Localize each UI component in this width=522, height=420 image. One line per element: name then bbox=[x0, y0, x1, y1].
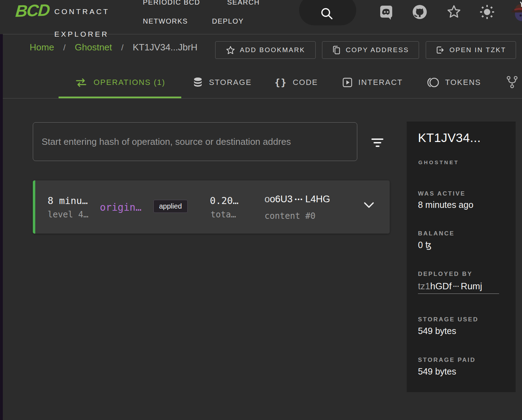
copy-address-button[interactable]: COPY ADDRESS bbox=[322, 41, 419, 59]
status-badge: applied bbox=[153, 200, 188, 213]
database-icon bbox=[193, 77, 203, 88]
breadcrumb-home[interactable]: Home bbox=[30, 42, 54, 53]
coins-icon bbox=[426, 77, 439, 88]
deployer-address-link[interactable]: tz1hGDf···Rumj bbox=[418, 281, 499, 294]
contract-title: KT1JV34... bbox=[418, 131, 481, 145]
balance-label: BALANCE bbox=[418, 230, 455, 237]
search-icon bbox=[320, 6, 334, 20]
theme-sun-icon[interactable] bbox=[479, 4, 495, 20]
fork-contract-button[interactable] bbox=[502, 67, 522, 98]
tab-interact[interactable]: INTERACT bbox=[335, 67, 410, 98]
breadcrumb-contract-address: KT1JV34...JbrH bbox=[133, 42, 198, 53]
nav-link-search[interactable]: SEARCH bbox=[227, 0, 260, 6]
storage-used-label: STORAGE USED bbox=[418, 316, 479, 323]
operations-search-input[interactable] bbox=[33, 123, 357, 161]
was-active-label: WAS ACTIVE bbox=[418, 190, 466, 197]
tab-code-label: CODE bbox=[293, 78, 318, 87]
play-box-icon bbox=[342, 77, 353, 88]
operation-amount-caption: tota… bbox=[211, 210, 236, 220]
code-braces-icon: {} bbox=[275, 77, 287, 88]
tab-storage-label: STORAGE bbox=[209, 78, 251, 87]
operation-content-index: content #0 bbox=[265, 211, 316, 221]
github-icon[interactable] bbox=[412, 4, 427, 20]
tab-operations-label: OPERATIONS (1) bbox=[93, 78, 165, 87]
breadcrumb-network[interactable]: Ghostnet bbox=[75, 42, 112, 53]
deployer-address-suffix: Rumj bbox=[461, 281, 482, 291]
active-tab-underline bbox=[59, 97, 181, 98]
brand-explorer: EXPLORER bbox=[54, 30, 109, 38]
tab-tokens[interactable]: TOKENS bbox=[420, 67, 487, 98]
tab-tokens-label: TOKENS bbox=[445, 78, 481, 87]
brand-contract: CONTRACT bbox=[54, 7, 110, 16]
nav-link-periodic-bcd[interactable]: PERIODIC BCD bbox=[143, 0, 200, 6]
nav-link-deploy[interactable]: DEPLOY bbox=[212, 17, 244, 25]
storage-used-value: 549 bytes bbox=[418, 326, 456, 336]
operation-hash: oo6U3•••L4HG bbox=[265, 194, 330, 205]
bookmark-star-icon bbox=[226, 45, 235, 55]
add-bookmark-label: ADD BOOKMARK bbox=[240, 46, 305, 54]
swap-arrows-icon bbox=[74, 78, 88, 87]
breadcrumb: Home / Ghostnet / KT1JV34...JbrH bbox=[30, 42, 198, 53]
open-in-tzkt-button[interactable]: OPEN IN TZKT bbox=[426, 41, 516, 59]
contract-tabs: OPERATIONS (1) STORAGE {} CODE INTERACT bbox=[0, 67, 522, 99]
copy-icon bbox=[332, 45, 341, 55]
operations-search-field bbox=[33, 122, 357, 161]
breadcrumb-separator: / bbox=[63, 43, 66, 52]
open-in-tzkt-label: OPEN IN TZKT bbox=[449, 46, 506, 54]
breadcrumb-separator: / bbox=[121, 43, 124, 52]
external-open-icon bbox=[436, 45, 445, 55]
deployed-by-value: tz1hGDf···Rumj bbox=[418, 281, 499, 294]
copy-address-label: COPY ADDRESS bbox=[346, 46, 409, 54]
discord-icon[interactable] bbox=[380, 5, 393, 20]
tab-storage[interactable]: STORAGE bbox=[185, 67, 260, 98]
storage-paid-value: 549 bytes bbox=[418, 366, 456, 377]
deployer-address-body: hGDf bbox=[430, 281, 452, 291]
operation-row[interactable]: 8 minu… level 4… origin… applied 0.20… t… bbox=[33, 180, 390, 234]
search-button[interactable] bbox=[299, 0, 356, 25]
tab-code[interactable]: {} CODE bbox=[272, 67, 321, 98]
chevron-down-icon[interactable] bbox=[363, 202, 375, 209]
page-edge-strip bbox=[0, 0, 3, 420]
was-active-value: 8 minutes ago bbox=[418, 200, 473, 210]
operation-hash-suffix: L4HG bbox=[305, 194, 330, 204]
user-avatar[interactable] bbox=[510, 1, 522, 22]
contract-details-panel: KT1JV34... GHOSTNET WAS ACTIVE 8 minutes… bbox=[407, 122, 516, 392]
operation-amount: 0.20… bbox=[210, 195, 238, 206]
operation-hash-first-char: o bbox=[265, 194, 270, 204]
operation-hash-ellipsis: ••• bbox=[293, 196, 305, 203]
filters-icon[interactable] bbox=[370, 135, 385, 150]
favorites-star-icon[interactable] bbox=[447, 4, 461, 19]
balance-value: 0 ꜩ bbox=[418, 240, 432, 250]
nav-link-networks[interactable]: NETWORKS bbox=[143, 17, 188, 25]
network-label: GHOSTNET bbox=[418, 159, 459, 165]
deployer-address-prefix: tz1 bbox=[418, 281, 430, 291]
operation-hash-prefix: o6U3 bbox=[270, 194, 293, 204]
operation-time: 8 minu… bbox=[48, 195, 88, 206]
operation-kind: origin… bbox=[100, 202, 141, 213]
bcd-logo[interactable]: BCD bbox=[15, 0, 50, 20]
deployed-by-label: DEPLOYED BY bbox=[418, 271, 473, 278]
add-bookmark-button[interactable]: ADD BOOKMARK bbox=[215, 41, 316, 59]
deployer-address-ellipsis: ··· bbox=[451, 283, 461, 290]
operation-level: level 4… bbox=[48, 210, 89, 220]
git-fork-icon bbox=[505, 75, 519, 90]
tab-operations[interactable]: OPERATIONS (1) bbox=[59, 67, 181, 98]
tab-interact-label: INTERACT bbox=[358, 78, 403, 87]
navbar: BCD CONTRACT EXPLORER PERIODIC BCD SEARC… bbox=[0, 0, 522, 34]
storage-paid-label: STORAGE PAID bbox=[418, 357, 476, 364]
